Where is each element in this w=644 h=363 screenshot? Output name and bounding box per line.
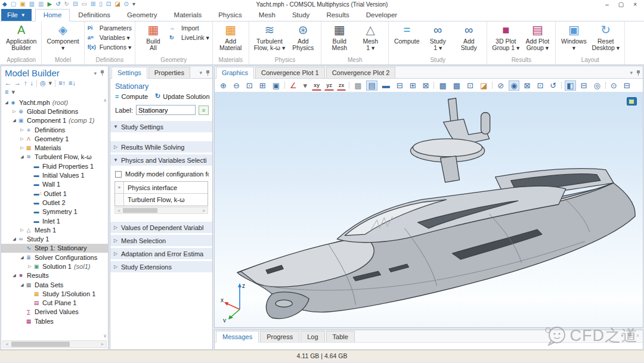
tree-node-geometry-1[interactable]: ▷ΛGeometry 1 (1, 134, 108, 143)
tree-expand-icon[interactable]: ▷ (11, 109, 17, 114)
tab-geometry[interactable]: Geometry (119, 9, 166, 21)
reset-desktop-button[interactable]: ↻ResetDesktop ▾ (590, 22, 621, 57)
scroll-left-icon[interactable]: < (3, 342, 11, 347)
expand-all-icon[interactable]: ≡↓ (69, 79, 76, 87)
tab-materials[interactable]: Materials (166, 9, 210, 21)
tab-convergence-plot-1[interactable]: Convergence Plot 1 (255, 67, 325, 78)
section-physics-variables[interactable]: ▼ Physics and Variables Selecti (110, 154, 212, 166)
select-region-icon[interactable]: ⊡ (465, 80, 475, 91)
tree-node-results[interactable]: ◢■Results (1, 271, 108, 280)
hide-selected-icon[interactable]: ⊘ (496, 80, 506, 91)
build-mesh-button[interactable]: ▦BuildMesh (324, 22, 354, 57)
tab-table[interactable]: Table (326, 331, 355, 342)
compute-action[interactable]: = Compute (115, 93, 148, 100)
mesh-rendering-icon[interactable]: ⊞ (408, 80, 418, 91)
tree-expand-icon[interactable]: ▷ (19, 136, 25, 141)
scene-objects-icon[interactable]: ▩ (352, 80, 363, 91)
tree-node-data-sets[interactable]: ◢▦Data Sets (1, 280, 108, 289)
new-file-icon[interactable]: ▢ (11, 1, 16, 8)
application-builder-button[interactable]: AApplicationBuilder (4, 22, 38, 57)
plot-group-1-button[interactable]: ■3D PlotGroup 1 ▾ (490, 22, 521, 57)
functions-button[interactable]: f(x)Functions ▾ (88, 44, 132, 51)
tree-node-step-1-stationary[interactable]: ∿Step 1: Stationary (1, 244, 108, 253)
animation-player-icon[interactable]: ▩ (451, 80, 462, 91)
surface-rendering-icon[interactable]: ▬ (380, 80, 392, 91)
tree-expand-icon[interactable]: ◢ (11, 118, 17, 123)
pin-icon[interactable] (206, 70, 210, 76)
duplicate-icon[interactable]: ⊞ (91, 1, 95, 8)
livelink-button[interactable]: ↻LiveLink ▾ (169, 34, 209, 41)
tree-node-wall-1[interactable]: ▬Wall 1 (1, 180, 108, 189)
file-menu-button[interactable]: File ▼ (1, 9, 32, 21)
tree-expand-icon[interactable]: ◢ (19, 283, 25, 287)
tree-node-component-1[interactable]: ◢▣Component 1(comp 1) (1, 116, 108, 125)
tree-node-solution-1[interactable]: ▷▣Solution 1(sol1) (1, 262, 108, 271)
tab-results[interactable]: Results (318, 9, 357, 21)
view-hidden-icon[interactable]: ◉ (509, 80, 519, 91)
tree-node-fluid-properties-1[interactable]: ▬Fluid Properties 1 (1, 162, 108, 170)
tree-expand-icon[interactable]: ◢ (19, 255, 25, 260)
add-material-button[interactable]: ▦AddMaterial (216, 22, 246, 57)
hide-faces-icon[interactable]: ⊟ (395, 80, 405, 91)
pin-icon[interactable] (636, 70, 640, 76)
search-icon[interactable]: ⊙ (124, 1, 129, 8)
tree-node-study-1[interactable]: ◢∞Study 1 (1, 234, 108, 243)
tree-expand-icon[interactable]: ▷ (19, 128, 25, 132)
turbulent-flow-ribbon-button[interactable]: ≋TurbulentFlow, k-ω ▾ (252, 22, 287, 57)
add-study-button[interactable]: ∞AddStudy (454, 22, 484, 57)
tab-convergence-plot-2[interactable]: Convergence Plot 2 (326, 67, 396, 78)
clear-icon[interactable]: ◪ (114, 1, 120, 8)
add-physics-button[interactable]: ⊛AddPhysics (288, 22, 318, 57)
tree-expand-icon[interactable]: ▷ (19, 145, 25, 150)
comsol-context-icon[interactable] (627, 97, 637, 106)
tab-study[interactable]: Study (284, 9, 318, 21)
default-view-icon[interactable]: ∠ (288, 80, 299, 91)
nav-back-icon[interactable]: ← (5, 79, 11, 87)
tree-node-inlet-1[interactable]: ▬Inlet 1 (1, 216, 108, 225)
zoom-extents-icon[interactable]: ⊞ (258, 80, 268, 91)
view-menu-icon[interactable]: ▾ (302, 80, 309, 91)
study-1-button[interactable]: ∞Study1 ▾ (423, 22, 453, 57)
node-menu-arrow-icon[interactable]: ▾ (11, 88, 15, 96)
scroll-right-icon[interactable]: > (98, 342, 106, 347)
tree-expand-icon[interactable]: ◢ (19, 154, 25, 159)
windows-button[interactable]: ▣Windows▾ (559, 22, 589, 57)
close-icon[interactable]: × (636, 333, 639, 339)
save-icon[interactable]: ▥ (29, 1, 35, 8)
scrollbar-thumb[interactable] (11, 342, 70, 347)
tree-node-initial-values-1[interactable]: ▬Initial Values 1 (1, 170, 108, 179)
nav-forward-icon[interactable]: → (14, 79, 21, 87)
image-snapshot-icon[interactable]: ⊙ (609, 80, 619, 91)
tree-node-cut-plane-1[interactable]: ▤Cut Plane 1 (1, 299, 108, 308)
tab-definitions[interactable]: Definitions (70, 9, 119, 21)
section-mesh-selection[interactable]: ▷ Mesh Selection (110, 235, 212, 246)
scroll-right-icon[interactable]: > (200, 208, 208, 213)
show-menu-icon[interactable]: ▾ (49, 79, 52, 87)
tab-log[interactable]: Log (301, 331, 324, 342)
update-solution-action[interactable]: ↻ Update Solution (155, 92, 210, 100)
tree-node-symmetry-1[interactable]: ▬Symmetry 1 (1, 207, 108, 216)
run-icon[interactable]: ▶ (48, 1, 52, 8)
panel-menu-icon[interactable]: ▾ (630, 70, 633, 76)
select-box-icon[interactable]: ⊡ (106, 1, 111, 8)
transparency-icon[interactable]: ⊠ (421, 80, 431, 91)
zoom-box-icon[interactable]: ⊡ (244, 80, 255, 91)
yz-view-icon[interactable]: yz (324, 80, 334, 91)
move-down-icon[interactable]: ↓ (30, 79, 34, 87)
scroll-up-icon[interactable]: ∧ (103, 98, 107, 103)
close-button[interactable]: × (633, 1, 637, 8)
component-button[interactable]: ◈Component▾ (45, 22, 80, 57)
tree-node-definitions[interactable]: ▷≡Definitions (1, 125, 108, 134)
tree-node-yacht-mph[interactable]: ◢◈Yacht.mph(root) (1, 98, 108, 107)
pin-icon[interactable] (100, 70, 104, 76)
tree-expand-icon[interactable]: ▷ (27, 264, 33, 269)
environment-reflections-icon[interactable]: ⊟ (579, 80, 589, 91)
table-row[interactable]: Turbulent Flow, k-ω (115, 194, 208, 206)
tree-expand-icon[interactable]: ◢ (4, 100, 10, 105)
tree-node-outlet-2[interactable]: ▬Outlet 2 (1, 198, 108, 207)
reset-hiding-icon[interactable]: ↺ (548, 80, 558, 91)
move-up-icon[interactable]: ↑ (24, 79, 27, 87)
table-row-selector[interactable] (115, 194, 124, 206)
zoom-out-icon[interactable]: ⊖ (231, 80, 242, 91)
show-selection-icon[interactable]: ⊠ (522, 80, 532, 91)
